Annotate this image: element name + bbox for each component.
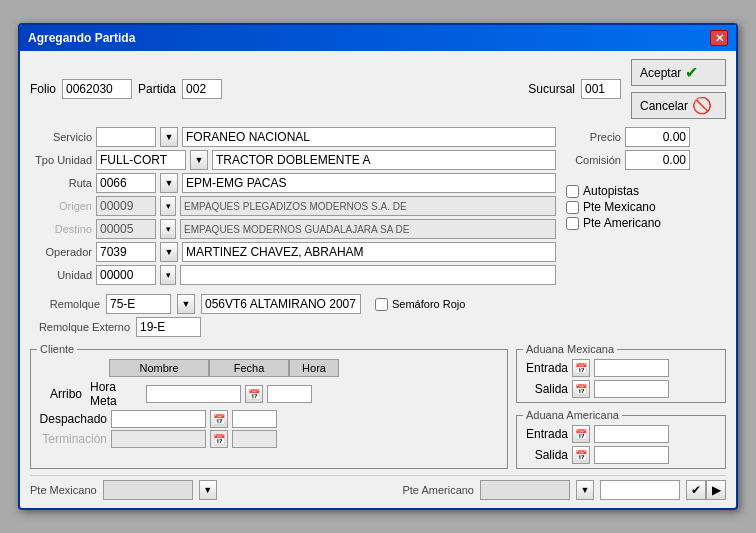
tpo-unidad-input[interactable]: [96, 150, 186, 170]
aduana-americana-legend: Aduana Americana: [523, 409, 622, 421]
origen-dropdown[interactable]: ▾: [160, 196, 176, 216]
pte-americano-dropdown[interactable]: ▼: [576, 480, 594, 500]
servicio-dropdown[interactable]: ▼: [160, 127, 178, 147]
operador-input[interactable]: [96, 242, 156, 262]
origen-input[interactable]: [96, 196, 156, 216]
cancel-icon: 🚫: [692, 96, 712, 115]
terminacion-time-input[interactable]: [232, 430, 277, 448]
precio-input[interactable]: [625, 127, 690, 147]
dialog-title: Agregando Partida: [28, 31, 135, 45]
comision-row: Comisión: [566, 150, 726, 170]
hora-meta-label: Hora Meta: [90, 380, 142, 408]
servicio-input[interactable]: [96, 127, 156, 147]
remolque-dropdown[interactable]: ▼: [177, 294, 195, 314]
remolque-label: Remolque: [30, 298, 100, 310]
title-bar: Agregando Partida ✕: [20, 25, 736, 51]
pte-mexicano-bottom-label: Pte Mexicano: [30, 484, 97, 496]
remolque-externo-input[interactable]: [136, 317, 201, 337]
ruta-dropdown[interactable]: ▼: [160, 173, 178, 193]
folio-input[interactable]: [62, 79, 132, 99]
destino-label: Destino: [30, 223, 92, 235]
mex-salida-label: Salida: [523, 382, 568, 396]
ame-entrada-cal[interactable]: 📅: [572, 425, 590, 443]
dialog-body: Folio Partida Sucursal Aceptar ✔ Cancela…: [20, 51, 736, 508]
destino-desc[interactable]: [180, 219, 556, 239]
terminacion-cal-btn[interactable]: 📅: [210, 430, 228, 448]
despachado-label: Despachado: [37, 412, 107, 426]
autopistas-check[interactable]: [566, 185, 579, 198]
destino-input[interactable]: [96, 219, 156, 239]
pte-americano-input[interactable]: [600, 480, 680, 500]
unidad-desc[interactable]: [180, 265, 556, 285]
mex-entrada-cal[interactable]: 📅: [572, 359, 590, 377]
cliente-section: Cliente Nombre Fecha Hora Arribo Hora Me…: [30, 343, 508, 469]
sucursal-label: Sucursal: [528, 82, 575, 96]
pte-americano-label: Pte Americano: [583, 216, 661, 230]
tpo-unidad-dropdown[interactable]: ▼: [190, 150, 208, 170]
pte-mexicano-select[interactable]: [103, 480, 193, 500]
arribo-time-input[interactable]: [267, 385, 312, 403]
unidad-label: Unidad: [30, 269, 92, 281]
despachado-nombre-input[interactable]: [111, 410, 206, 428]
pte-americano-check-btn[interactable]: ✔: [686, 480, 706, 500]
despachado-cal-btn[interactable]: 📅: [210, 410, 228, 428]
servicio-desc[interactable]: [182, 127, 556, 147]
accept-icon: ✔: [685, 63, 698, 82]
comision-input[interactable]: [625, 150, 690, 170]
origen-label: Origen: [30, 200, 92, 212]
semaforo-check[interactable]: [375, 298, 388, 311]
folio-label: Folio: [30, 82, 56, 96]
col-fecha-header: Fecha: [209, 359, 289, 377]
terminacion-nombre-input[interactable]: [111, 430, 206, 448]
pte-mexicano-label: Pte Mexicano: [583, 200, 656, 214]
tpo-unidad-desc[interactable]: [212, 150, 556, 170]
ame-salida-input[interactable]: [594, 446, 669, 464]
destino-dropdown[interactable]: ▾: [160, 219, 176, 239]
accept-button[interactable]: Aceptar ✔: [631, 59, 726, 86]
aduana-mexicana-legend: Aduana Mexicana: [523, 343, 617, 355]
unidad-row: Unidad ▾: [30, 265, 556, 285]
operador-row: Operador ▼: [30, 242, 556, 262]
remolque-externo-label: Remolque Externo: [30, 321, 130, 333]
pte-mexicano-check[interactable]: [566, 201, 579, 214]
ruta-desc[interactable]: [182, 173, 556, 193]
ame-entrada-label: Entrada: [523, 427, 568, 441]
partida-label: Partida: [138, 82, 176, 96]
pte-mexicano-row: Pte Mexicano: [566, 200, 726, 214]
comision-label: Comisión: [566, 154, 621, 166]
pte-americano-select[interactable]: [480, 480, 570, 500]
mex-entrada-input[interactable]: [594, 359, 669, 377]
terminacion-label: Terminación: [37, 432, 107, 446]
ame-salida-label: Salida: [523, 448, 568, 462]
ame-salida-cal[interactable]: 📅: [572, 446, 590, 464]
accept-label: Aceptar: [640, 66, 681, 80]
arribo-nombre-input[interactable]: [146, 385, 241, 403]
despachado-time-input[interactable]: [232, 410, 277, 428]
arribo-label: Arribo: [37, 387, 82, 401]
ruta-input[interactable]: [96, 173, 156, 193]
pte-americano-check[interactable]: [566, 217, 579, 230]
precio-label: Precio: [566, 131, 621, 143]
mex-salida-input[interactable]: [594, 380, 669, 398]
ame-entrada-input[interactable]: [594, 425, 669, 443]
sucursal-input[interactable]: [581, 79, 621, 99]
col-hora-header: Hora: [289, 359, 339, 377]
operador-desc[interactable]: [182, 242, 556, 262]
pte-americano-nav-btn[interactable]: ▶: [706, 480, 726, 500]
aduana-americana-section: Aduana Americana Entrada 📅 Salida 📅: [516, 409, 726, 469]
remolque-desc[interactable]: [201, 294, 361, 314]
arribo-cal-btn[interactable]: 📅: [245, 385, 263, 403]
operador-dropdown[interactable]: ▼: [160, 242, 178, 262]
unidad-input[interactable]: [96, 265, 156, 285]
close-button[interactable]: ✕: [710, 30, 728, 46]
pte-mexicano-dropdown[interactable]: ▼: [199, 480, 217, 500]
mex-salida-cal[interactable]: 📅: [572, 380, 590, 398]
unidad-dropdown[interactable]: ▾: [160, 265, 176, 285]
pte-americano-bottom-label: Pte Americano: [402, 484, 474, 496]
cancel-button[interactable]: Cancelar 🚫: [631, 92, 726, 119]
partida-input[interactable]: [182, 79, 222, 99]
remolque-input[interactable]: [106, 294, 171, 314]
origen-row: Origen ▾: [30, 196, 556, 216]
servicio-label: Servicio: [30, 131, 92, 143]
origen-desc[interactable]: [180, 196, 556, 216]
